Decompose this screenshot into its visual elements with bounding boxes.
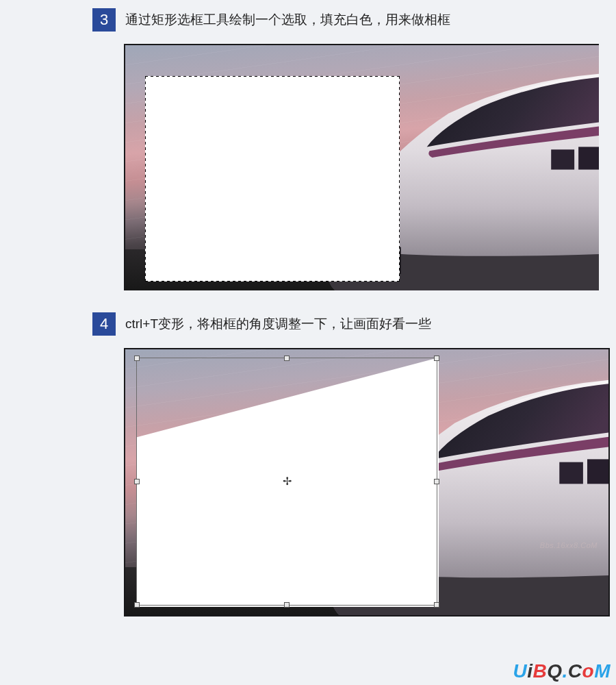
transform-handle-middle-right [434,479,439,484]
step-header: 4 ctrl+T变形，将相框的角度调整一下，让画面好看一些 [92,312,609,336]
tutorial-step-4: 4 ctrl+T变形，将相框的角度调整一下，让画面好看一些 [92,312,609,616]
svg-rect-0 [578,147,599,169]
svg-rect-1 [551,149,574,169]
step-4-figure: ✢ Bbs.16xx8.CoM [124,348,610,616]
selection-marquee [145,76,400,282]
transform-handle-top-middle [284,356,290,361]
watermark-logo: UiBQ.CoM [513,660,611,682]
step-number-badge: 3 [92,8,116,32]
step-3-figure [124,44,599,290]
free-transform-bounds: ✢ [136,358,437,606]
transform-handle-top-right [434,356,439,361]
transform-handle-bottom-middle [284,602,290,608]
svg-rect-5 [560,462,584,484]
transform-handle-bottom-left [134,602,140,608]
svg-rect-4 [587,459,610,484]
transform-handle-top-left [134,356,140,361]
watermark-letter: i [527,660,532,682]
watermark-letter: U [513,660,528,682]
watermark-letter: C [568,660,582,682]
watermark-small: Bbs.16xx8.CoM [540,541,598,549]
tutorial-step-3: 3 通过矩形选框工具绘制一个选取，填充白色，用来做相框 [92,8,599,290]
watermark-letter: B [533,660,548,682]
step-instruction-text: ctrl+T变形，将相框的角度调整一下，让画面好看一些 [125,314,431,334]
watermark-letter: Q [547,660,562,682]
watermark-letter: o [582,660,595,682]
step-instruction-text: 通过矩形选框工具绘制一个选取，填充白色，用来做相框 [125,10,450,30]
step-header: 3 通过矩形选框工具绘制一个选取，填充白色，用来做相框 [92,8,599,32]
transform-handle-middle-left [134,479,140,484]
transform-handle-bottom-right [434,602,439,608]
step-number-badge: 4 [92,312,116,336]
transform-center-icon: ✢ [283,476,292,487]
watermark-letter: M [594,660,611,682]
watermark-letter: . [563,660,568,682]
